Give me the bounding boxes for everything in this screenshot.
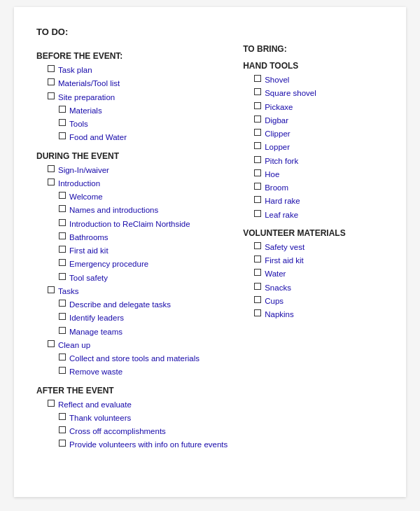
checkbox[interactable] (59, 354, 66, 360)
list-item: Provide volunteers with info on future e… (36, 439, 229, 451)
checkbox[interactable] (254, 88, 261, 95)
checkbox[interactable] (254, 75, 261, 82)
checkbox[interactable] (48, 178, 55, 186)
item-label: Provide volunteers with info on future e… (69, 439, 227, 451)
list-item: Sign-In/waiver (36, 164, 229, 176)
checkbox[interactable] (48, 400, 55, 407)
page-title: TO DO: (36, 27, 384, 37)
list-item: Tasks (36, 286, 229, 298)
during-event-list: Sign-In/waiver Introduction Welcome Name… (36, 164, 229, 379)
checkbox[interactable] (48, 92, 55, 99)
checkbox[interactable] (254, 142, 261, 149)
list-item: Square shovel (243, 88, 384, 99)
item-label: Hard rake (265, 195, 300, 207)
item-label: Names and introductions (69, 204, 158, 216)
list-item: Napkins (243, 309, 384, 321)
list-item: Reflect and evaluate (36, 399, 229, 411)
item-label: Welcome (69, 191, 103, 203)
before-event-title: BEFORE THE EVENT: (36, 51, 229, 61)
during-event-title: DURING THE EVENT (36, 151, 229, 161)
checkbox[interactable] (59, 192, 66, 199)
checkbox[interactable] (59, 440, 66, 447)
list-item: Bathrooms (36, 232, 229, 244)
list-item: Lopper (243, 141, 384, 153)
list-item: Identify leaders (36, 312, 229, 324)
checkbox[interactable] (59, 327, 66, 334)
checkbox[interactable] (254, 210, 261, 217)
checkbox[interactable] (59, 119, 66, 126)
list-item: First aid kit (36, 245, 229, 257)
checkbox[interactable] (254, 269, 261, 276)
checkbox[interactable] (59, 313, 66, 320)
volunteer-materials-list: Safety vest First aid kit Water Snacks C… (243, 241, 384, 321)
item-label: Reflect and evaluate (58, 399, 132, 411)
checkbox[interactable] (59, 232, 66, 239)
item-label: Tool safety (69, 272, 108, 284)
item-label: Materials (69, 105, 102, 117)
checkbox[interactable] (254, 169, 261, 176)
checkbox[interactable] (59, 205, 66, 212)
two-column-layout: BEFORE THE EVENT: Task plan Materials/To… (36, 44, 384, 453)
hand-tools-title: HAND TOOLS (243, 61, 384, 71)
item-label: Introduction (58, 178, 100, 190)
checkbox[interactable] (48, 78, 55, 85)
checkbox[interactable] (59, 273, 66, 280)
checkbox[interactable] (254, 255, 261, 262)
checkbox[interactable] (254, 129, 261, 136)
checkbox[interactable] (59, 246, 66, 253)
checkbox[interactable] (254, 296, 261, 303)
checkbox[interactable] (48, 165, 55, 172)
checkbox[interactable] (254, 242, 261, 249)
checkbox[interactable] (254, 283, 261, 290)
item-label: Pitch fork (265, 155, 298, 167)
list-item: Task plan (36, 64, 229, 76)
checkbox[interactable] (254, 156, 261, 163)
after-event-title: AFTER THE EVENT (36, 386, 229, 396)
checkbox[interactable] (59, 259, 66, 266)
before-event-list: Task plan Materials/Tool list Site prepa… (36, 64, 229, 144)
list-item: Site preparation (36, 92, 229, 104)
checkbox[interactable] (254, 196, 261, 203)
list-item: Manage teams (36, 326, 229, 338)
list-item: Introduction (36, 178, 229, 190)
list-item: Welcome (36, 191, 229, 203)
list-item: Thank volunteers (36, 412, 229, 424)
list-item: Describe and delegate tasks (36, 299, 229, 311)
list-item: Broom (243, 182, 384, 194)
item-label: Collect and store tools and materials (69, 353, 200, 365)
item-label: Food and Water (69, 132, 127, 144)
item-label: Safety vest (265, 241, 304, 253)
checkbox[interactable] (59, 132, 66, 139)
item-label: Snacks (265, 282, 291, 294)
item-label: Task plan (58, 64, 92, 76)
checkbox[interactable] (59, 413, 66, 420)
item-label: Manage teams (69, 326, 122, 338)
item-label: Lopper (265, 141, 290, 153)
checkbox[interactable] (48, 286, 55, 293)
item-label: Shovel (265, 74, 289, 86)
checkbox[interactable] (254, 102, 261, 109)
checkbox[interactable] (59, 300, 66, 307)
page: TO DO: BEFORE THE EVENT: Task plan Mater… (14, 7, 406, 497)
checkbox[interactable] (48, 65, 55, 72)
item-label: Materials/Tool list (58, 78, 120, 90)
item-label: Identify leaders (69, 312, 124, 324)
list-item: Cross off accomplishments (36, 426, 229, 438)
hand-tools-list: Shovel Square shovel Pickaxe Digbar Clip… (243, 74, 384, 221)
checkbox[interactable] (59, 219, 66, 226)
right-column: TO BRING: HAND TOOLS Shovel Square shove… (243, 44, 384, 453)
list-item: Names and introductions (36, 204, 229, 216)
item-label: Water (265, 268, 286, 280)
checkbox[interactable] (48, 340, 55, 347)
list-item: Water (243, 268, 384, 280)
checkbox[interactable] (254, 183, 261, 190)
item-label: Emergency procedure (69, 258, 148, 270)
checkbox[interactable] (59, 106, 66, 113)
item-label: Tasks (58, 286, 78, 298)
checkbox[interactable] (254, 115, 261, 122)
list-item: Materials/Tool list (36, 78, 229, 90)
checkbox[interactable] (59, 367, 66, 374)
list-item: Leaf rake (243, 209, 384, 221)
checkbox[interactable] (59, 426, 66, 433)
checkbox[interactable] (254, 309, 261, 316)
